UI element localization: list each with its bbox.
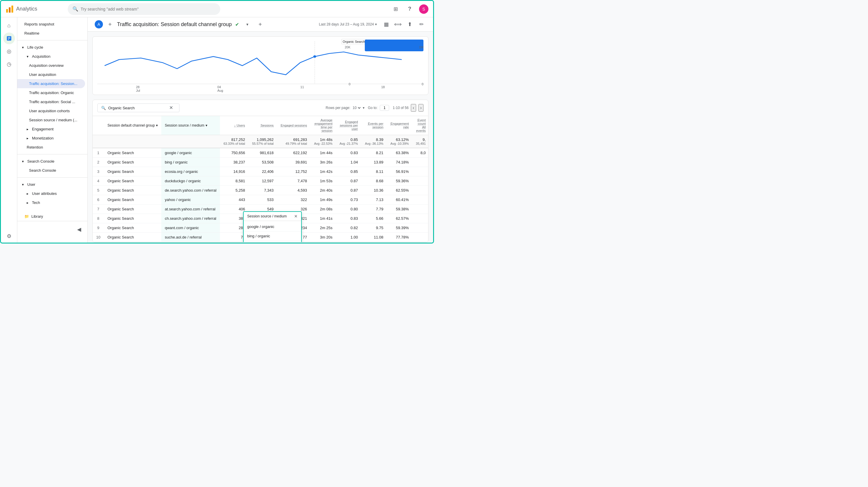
row-dim2: qwant.com / organic [161, 223, 220, 233]
nav-acquisition-parent[interactable]: ▾ Acquisition [17, 52, 85, 61]
popup-source-item[interactable]: ecosia.org / organic [244, 241, 301, 242]
nav-traffic-social[interactable]: Traffic acquisition: Social ... [17, 97, 85, 106]
sidebar-icon-reports[interactable] [3, 33, 15, 44]
filter-search-input[interactable] [108, 106, 167, 110]
chart-y-1m: 1M [419, 45, 424, 49]
row-num: 7 [93, 204, 104, 214]
row-num: 2 [93, 158, 104, 167]
nav-acquisition-overview[interactable]: Acquisition overview [17, 61, 85, 70]
popup-close-button[interactable]: ✕ [294, 214, 298, 218]
goto-input[interactable] [380, 105, 389, 111]
th-dim1[interactable]: Session default channel group ▾ [104, 116, 161, 135]
sidebar-icon-explore[interactable]: ◎ [3, 45, 15, 57]
nav-library[interactable]: 📁 Library [17, 212, 85, 221]
filter-clear-button[interactable]: ✕ [169, 105, 173, 110]
row-engaged-sessions: 4,593 [277, 186, 311, 195]
share-button[interactable]: ⬆ [405, 20, 414, 29]
add-to-report-button[interactable]: + [255, 20, 265, 29]
th-engagement-rate[interactable]: Engagement rate [387, 116, 412, 135]
date-range-selector[interactable]: Last 28 days Jul 23 – Aug 19, 2024 ▾ [317, 21, 379, 28]
th-events-per-session[interactable]: Events per session [362, 116, 387, 135]
total-event-count: 9, 35,491 [412, 135, 428, 148]
row-num: 8 [93, 214, 104, 223]
nav-traffic-session[interactable]: Traffic acquisition: Session... [17, 79, 85, 88]
sidebar-icon-advertising[interactable]: ◷ [3, 58, 15, 70]
row-engaged-per-user: 0.80 [336, 204, 362, 214]
dim2-selector[interactable]: Session source / medium ▾ [165, 123, 207, 127]
table-row: 3 Organic Search ecosia.org / organic 14… [93, 167, 428, 176]
th-event-count[interactable]: Event count All events [412, 116, 428, 135]
edit-button[interactable]: ✏ [417, 20, 426, 29]
global-search[interactable]: 🔍 [68, 3, 220, 15]
events-per-session-header-label: Events per session [368, 122, 383, 129]
nav-realtime[interactable]: Realtime [17, 29, 85, 38]
row-event-count [412, 214, 428, 223]
table-view-button[interactable]: ▦ [381, 20, 391, 29]
grid-icon-button[interactable]: ⊞ [391, 4, 400, 14]
nav-user-acquisition[interactable]: User acquisition [17, 70, 85, 79]
th-engaged-sessions[interactable]: Engaged sessions [277, 116, 311, 135]
nav-session-source-medium[interactable]: Session source / medium (... [17, 116, 85, 125]
row-dim2: duckduckgo / organic [161, 176, 220, 186]
th-engaged-per-user[interactable]: Engaged sessions per user [336, 116, 362, 135]
th-sessions[interactable]: Sessions [249, 116, 277, 135]
nav-lifecycle-header[interactable]: ▾ Life cycle [17, 43, 85, 52]
nav-search-console-header[interactable]: ▾ Search Console [17, 157, 85, 166]
collapse-sidebar-button[interactable]: ◀ [74, 225, 84, 234]
popup-header: Session source / medium ✕ [244, 212, 301, 221]
help-button[interactable]: ? [405, 4, 414, 14]
top-bar: Analytics 🔍 ⊞ ? S [1, 1, 433, 17]
analytics-logo-icon [6, 5, 14, 13]
rows-per-page-control: Rows per page: 10 25 50 ▾ [326, 105, 365, 110]
compare-button[interactable]: ⟺ [393, 20, 403, 29]
table-toolbar-right: Rows per page: 10 25 50 ▾ Go to: 1-10 o [326, 104, 424, 111]
row-sessions: 7,343 [249, 186, 277, 195]
nav-user-section[interactable]: ▾ User [17, 180, 85, 189]
nav-user-attributes[interactable]: ▸ User attributes [17, 189, 85, 198]
nav-retention[interactable]: Retention [17, 143, 85, 152]
th-users[interactable]: ↓ Users [220, 116, 248, 135]
lifecycle-chevron-icon: ▾ [22, 45, 24, 50]
row-dim1: Organic Search [104, 176, 161, 186]
date-range-chevron-icon: ▾ [375, 22, 377, 26]
th-avg-engagement[interactable]: Average engagement time per session [311, 116, 336, 135]
user-avatar[interactable]: S [419, 4, 428, 14]
nav-traffic-organic[interactable]: Traffic acquisition: Organic [17, 88, 85, 97]
add-report-button[interactable]: + [106, 21, 114, 28]
dim1-selector[interactable]: Session default channel group ▾ [107, 123, 157, 127]
grid-icon: ⊞ [394, 6, 398, 12]
search-input[interactable] [81, 7, 216, 11]
rows-per-page-label: Rows per page: [326, 106, 350, 110]
lifecycle-label: Life cycle [27, 45, 43, 50]
nav-monetization[interactable]: ▸ Monetization [17, 134, 85, 143]
row-engagement-rate: 56.91% [387, 167, 412, 176]
property-initial: A [97, 22, 100, 27]
date-range-text: Last 28 days Jul 23 – Aug 19, 2024 [319, 22, 374, 26]
sidebar-icon-settings[interactable]: ⚙ [3, 230, 15, 242]
title-dropdown-button[interactable]: ▾ [243, 20, 252, 29]
nav-reports-snapshot[interactable]: Reports snapshot [17, 20, 85, 29]
th-dim2[interactable]: Session source / medium ▾ [161, 116, 220, 135]
chart-area: Organic Search 20K 0 0 1M 28Jul 04Aug 11… [92, 36, 428, 95]
traffic-organic-label: Traffic acquisition: Organic [29, 91, 74, 95]
search-console-item-label: Search Console [29, 168, 56, 172]
nav-search-console-item[interactable]: Search Console [17, 166, 85, 175]
nav-engagement[interactable]: ▸ Engagement [17, 125, 85, 134]
nav-tech[interactable]: ▸ Tech [17, 198, 85, 207]
row-dim2: suche.aol.de / referral [161, 233, 220, 242]
row-events-per-session: 11.08 [362, 233, 387, 242]
prev-page-button[interactable]: ‹ [411, 104, 416, 111]
tech-label: Tech [32, 200, 40, 205]
traffic-session-label: Traffic acquisition: Session... [29, 82, 78, 86]
engagement-rate-header-label: Engagement rate [391, 122, 409, 129]
next-page-button[interactable]: › [418, 104, 424, 111]
row-num: 4 [93, 176, 104, 186]
table-search-filter[interactable]: 🔍 ✕ [97, 103, 180, 112]
popup-source-item[interactable]: bing / organic [244, 231, 301, 241]
nav-user-acquisition-cohorts[interactable]: User acquisition cohorts [17, 106, 85, 116]
popup-source-item[interactable]: google / organic [244, 222, 301, 231]
sidebar-icon-home[interactable]: ⌂ [3, 20, 15, 31]
row-engaged-sessions: 322 [277, 195, 311, 204]
rows-per-page-select[interactable]: 10 25 50 [351, 105, 362, 110]
search-console-chevron-icon: ▾ [22, 159, 24, 163]
